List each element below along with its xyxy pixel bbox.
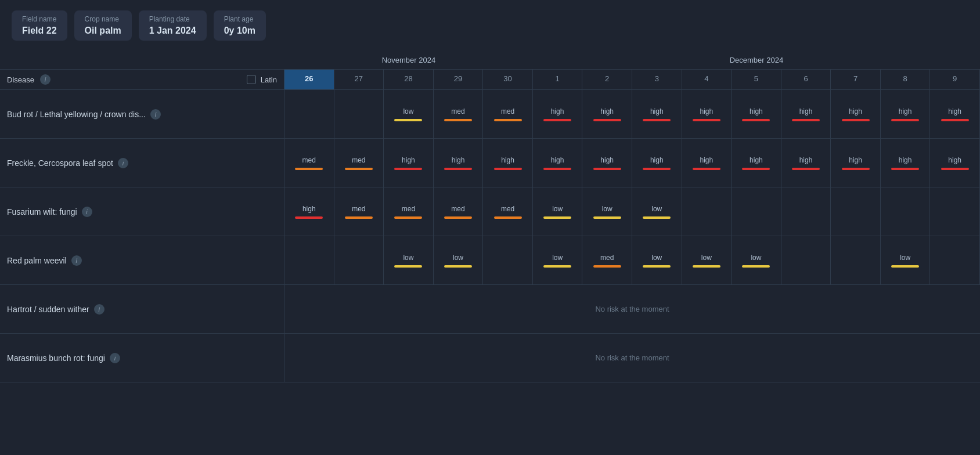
- risk-cell-3-12: low: [881, 236, 931, 285]
- risk-label-1-5: high: [551, 156, 564, 164]
- risk-cell-1-7: high: [632, 139, 682, 187]
- day-header-6: 6: [781, 70, 831, 90]
- risk-empty-2-8: [682, 187, 732, 236]
- risk-bar-0-13: [941, 119, 969, 121]
- risk-cell-0-3: med: [434, 90, 484, 139]
- day-header-1: 1: [533, 70, 583, 90]
- risk-bar-1-0: [295, 168, 323, 170]
- risk-bar-2-4: [494, 216, 522, 219]
- risk-bar-1-2: [394, 168, 422, 170]
- risk-label-1-6: high: [600, 156, 614, 164]
- risk-label-1-9: high: [750, 156, 763, 164]
- no-risk-4: No risk at the moment: [284, 285, 980, 334]
- risk-bar-0-11: [842, 119, 870, 121]
- day-header-8: 8: [881, 70, 931, 90]
- risk-empty-3-4: [483, 236, 533, 285]
- risk-cell-1-10: high: [781, 139, 831, 187]
- risk-cell-1-4: high: [483, 139, 533, 187]
- app-container: Field name Field 22 Crop name Oil palm P…: [0, 0, 980, 382]
- risk-cell-1-2: high: [384, 139, 434, 187]
- risk-bar-1-7: [643, 168, 671, 170]
- latin-label: Latin: [261, 75, 277, 84]
- disease-col-label: Disease: [7, 75, 34, 84]
- risk-label-1-10: high: [799, 156, 813, 164]
- month-spacer: [0, 50, 284, 70]
- risk-cell-0-4: med: [483, 90, 533, 139]
- risk-label-1-8: high: [700, 156, 714, 164]
- risk-label-2-0: high: [302, 205, 316, 213]
- risk-label-0-6: high: [600, 107, 614, 115]
- risk-bar-1-11: [842, 168, 870, 170]
- disease-name-text-1: Freckle, Cercospora leaf spot: [7, 158, 113, 168]
- risk-bar-3-5: [543, 265, 571, 268]
- risk-label-2-1: med: [352, 205, 365, 213]
- day-header-2: 2: [582, 70, 632, 90]
- header-card-label-3: Plant age: [224, 15, 255, 23]
- risk-label-3-8: low: [701, 254, 712, 262]
- risk-cell-0-7: high: [632, 90, 682, 139]
- disease-info-icon-4[interactable]: i: [94, 304, 105, 315]
- disease-name-3: Red palm weevil i: [0, 236, 284, 285]
- disease-info-icon-1[interactable]: i: [118, 158, 128, 168]
- day-header-27: 27: [334, 70, 384, 90]
- risk-empty-0-1: [334, 90, 384, 139]
- risk-label-0-10: high: [799, 107, 813, 115]
- risk-label-0-9: high: [750, 107, 763, 115]
- risk-bar-1-1: [345, 168, 373, 170]
- risk-label-0-3: med: [451, 107, 464, 115]
- risk-cell-3-7: low: [632, 236, 682, 285]
- risk-cell-0-13: high: [930, 90, 980, 139]
- header-card-3: Plant age 0y 10m: [214, 10, 266, 41]
- risk-bar-0-10: [792, 119, 820, 121]
- risk-empty-2-11: [831, 187, 881, 236]
- disease-name-text-3: Red palm weevil: [7, 256, 67, 265]
- disease-info-icon[interactable]: i: [40, 74, 51, 85]
- disease-table-container: November 2024 December 2024 Disease i La…: [0, 50, 980, 382]
- risk-cell-1-9: high: [732, 139, 781, 187]
- disease-info-icon-2[interactable]: i: [82, 207, 92, 217]
- risk-bar-3-2: [394, 265, 422, 268]
- risk-bar-2-3: [444, 216, 472, 219]
- risk-empty-3-0: [284, 236, 334, 285]
- risk-empty-3-10: [781, 236, 831, 285]
- risk-label-1-1: med: [352, 156, 365, 164]
- risk-label-2-5: low: [552, 205, 563, 213]
- latin-checkbox[interactable]: [247, 75, 256, 84]
- header-card-label-0: Field name: [22, 15, 57, 23]
- risk-bar-0-6: [593, 119, 621, 121]
- risk-bar-2-0: [295, 216, 323, 219]
- risk-bar-3-6: [593, 265, 621, 268]
- risk-label-2-3: med: [451, 205, 464, 213]
- risk-cell-1-1: med: [334, 139, 384, 187]
- header-bar: Field name Field 22 Crop name Oil palm P…: [0, 0, 980, 50]
- risk-bar-0-4: [494, 119, 522, 121]
- risk-cell-3-5: low: [533, 236, 583, 285]
- risk-bar-1-4: [494, 168, 522, 170]
- risk-label-1-2: high: [402, 156, 415, 164]
- risk-empty-2-13: [930, 187, 980, 236]
- disease-grid: November 2024 December 2024 Disease i La…: [0, 50, 980, 382]
- disease-info-icon-5[interactable]: i: [110, 353, 120, 363]
- day-header-5: 5: [732, 70, 781, 90]
- disease-header: Disease i Latin: [0, 70, 284, 90]
- risk-label-2-4: med: [501, 205, 514, 213]
- disease-name-text-4: Hartrot / sudden wither: [7, 305, 89, 314]
- disease-info-icon-0[interactable]: i: [150, 109, 161, 120]
- disease-name-2: Fusarium wilt: fungi i: [0, 187, 284, 236]
- header-card-value-0: Field 22: [22, 26, 57, 36]
- disease-name-5: Marasmius bunch rot: fungi i: [0, 334, 284, 382]
- risk-cell-1-6: high: [582, 139, 632, 187]
- risk-cell-0-9: high: [732, 90, 781, 139]
- risk-bar-1-5: [543, 168, 571, 170]
- risk-label-2-2: med: [402, 205, 415, 213]
- risk-cell-0-11: high: [831, 90, 881, 139]
- risk-cell-3-6: med: [582, 236, 632, 285]
- risk-bar-2-7: [643, 216, 671, 219]
- header-card-value-2: 1 Jan 2024: [149, 26, 196, 36]
- header-card-1: Crop name Oil palm: [74, 10, 132, 41]
- risk-bar-0-2: [394, 119, 422, 121]
- day-header-30: 30: [483, 70, 533, 90]
- risk-label-0-12: high: [899, 107, 912, 115]
- risk-cell-3-9: low: [732, 236, 781, 285]
- disease-info-icon-3[interactable]: i: [71, 255, 82, 266]
